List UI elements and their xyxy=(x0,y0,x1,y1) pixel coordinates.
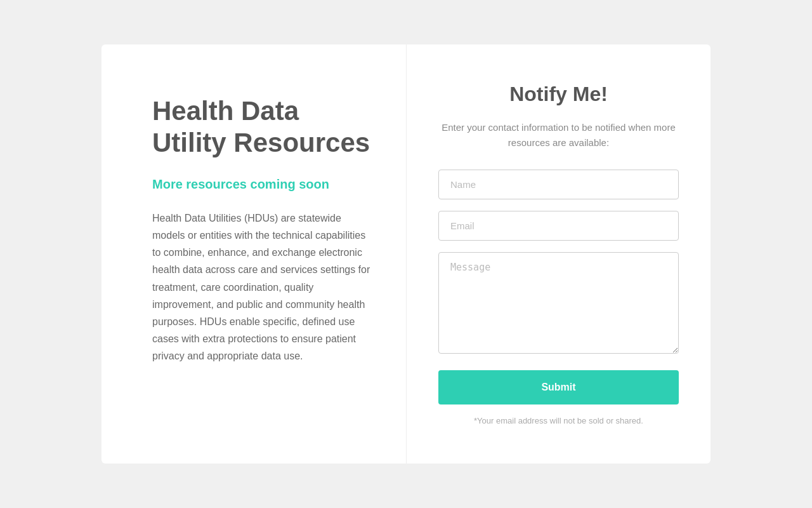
right-panel: Notify Me! Enter your contact informatio… xyxy=(406,44,710,464)
name-field-group xyxy=(438,170,679,199)
message-field-group xyxy=(438,252,679,356)
email-input[interactable] xyxy=(438,211,679,241)
privacy-note: *Your email address will not be sold or … xyxy=(438,416,679,425)
email-field-group xyxy=(438,211,679,241)
message-textarea[interactable] xyxy=(438,252,679,354)
description-text: Health Data Utilities (HDUs) are statewi… xyxy=(152,210,374,365)
page-title: Health Data Utility Resources xyxy=(152,95,374,159)
page-container: Health Data Utility Resources More resou… xyxy=(0,0,812,508)
notify-title: Notify Me! xyxy=(438,83,679,106)
name-input[interactable] xyxy=(438,170,679,199)
notify-subtitle: Enter your contact information to be not… xyxy=(438,120,679,150)
coming-soon-text: More resources coming soon xyxy=(152,177,374,192)
submit-button[interactable]: Submit xyxy=(438,370,679,404)
main-card: Health Data Utility Resources More resou… xyxy=(102,44,710,464)
left-panel: Health Data Utility Resources More resou… xyxy=(102,44,406,464)
